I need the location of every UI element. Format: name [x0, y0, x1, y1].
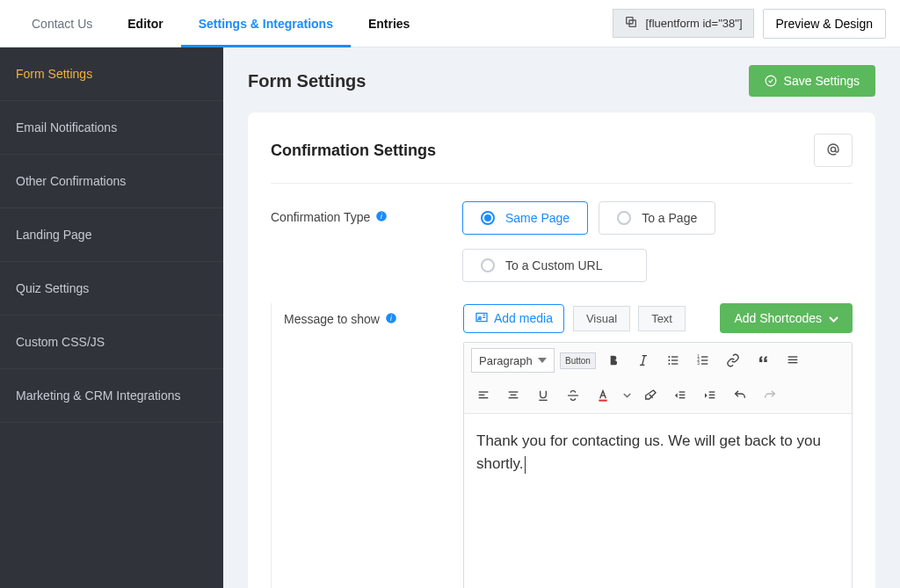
- check-icon: [765, 75, 777, 87]
- text-cursor: [525, 456, 526, 474]
- add-media-label: Add media: [494, 311, 553, 325]
- radio-dot-icon: [481, 258, 495, 272]
- radio-dot-icon: [481, 211, 495, 225]
- strikethrough-icon[interactable]: [561, 383, 585, 408]
- number-list-icon[interactable]: 123: [691, 348, 715, 373]
- preview-design-button[interactable]: Preview & Design: [763, 9, 887, 39]
- tab-entries[interactable]: Entries: [351, 0, 427, 47]
- top-nav: Contact Us Editor Settings & Integration…: [0, 0, 900, 47]
- svg-point-2: [766, 76, 776, 86]
- save-button-label: Save Settings: [784, 74, 860, 88]
- radio-dot-icon: [617, 211, 631, 225]
- add-shortcodes-button[interactable]: Add Shortcodes: [720, 303, 853, 333]
- sidebar-item-quiz-settings[interactable]: Quiz Settings: [0, 262, 223, 316]
- sidebar-item-custom-css-js[interactable]: Custom CSS/JS: [0, 316, 223, 369]
- svg-rect-29: [479, 397, 489, 398]
- svg-point-14: [668, 363, 670, 365]
- eraser-icon[interactable]: [638, 383, 663, 408]
- message-label: Message to show: [284, 312, 380, 326]
- message-to-show-row: Message to show i Add media Visual: [271, 303, 853, 588]
- svg-rect-26: [788, 362, 798, 363]
- undo-icon[interactable]: [728, 383, 752, 408]
- sidebar-item-marketing-crm[interactable]: Marketing & CRM Integrations: [0, 369, 223, 423]
- at-icon: [825, 142, 841, 160]
- sidebar-item-other-confirmations[interactable]: Other Confirmations: [0, 155, 223, 208]
- indent-icon[interactable]: [698, 383, 722, 408]
- svg-rect-31: [511, 395, 517, 396]
- svg-point-13: [668, 359, 670, 361]
- svg-text:3: 3: [697, 361, 700, 366]
- svg-rect-43: [709, 397, 715, 398]
- redo-icon[interactable]: [758, 383, 782, 408]
- svg-text:i: i: [390, 315, 392, 323]
- editor-text: Thank you for contacting us. We will get…: [476, 432, 821, 472]
- radio-label: Same Page: [505, 211, 570, 225]
- confirmation-type-label: Confirmation Type: [271, 210, 370, 224]
- svg-point-12: [668, 356, 670, 358]
- save-settings-button[interactable]: Save Settings: [749, 65, 875, 97]
- tab-settings-integrations[interactable]: Settings & Integrations: [181, 0, 351, 47]
- svg-rect-42: [709, 395, 715, 396]
- add-media-button[interactable]: Add media: [463, 304, 564, 333]
- format-select[interactable]: Paragraph: [471, 348, 555, 373]
- media-icon: [475, 310, 489, 327]
- svg-rect-21: [701, 356, 708, 357]
- wysiwyg-editor: Paragraph Button 123: [463, 342, 853, 588]
- italic-icon[interactable]: [631, 348, 656, 373]
- svg-rect-16: [671, 359, 678, 360]
- page-header: Form Settings Save Settings: [223, 47, 900, 113]
- settings-sidebar: Form Settings Email Notifications Other …: [0, 47, 223, 588]
- svg-text:i: i: [381, 213, 382, 221]
- confirmation-settings-panel: Confirmation Settings Confirmation Type …: [248, 113, 875, 588]
- info-icon[interactable]: i: [385, 312, 397, 324]
- shortcode-copy[interactable]: [fluentform id="38"]: [613, 9, 753, 38]
- outdent-icon[interactable]: [668, 383, 693, 408]
- tab-editor[interactable]: Editor: [110, 0, 180, 47]
- radio-custom-url[interactable]: To a Custom URL: [462, 249, 647, 282]
- svg-line-9: [642, 356, 645, 366]
- align-justify-icon[interactable]: [780, 348, 805, 373]
- code-view-button[interactable]: [814, 134, 853, 167]
- radio-to-page[interactable]: To a Page: [599, 201, 715, 235]
- insert-button-token[interactable]: Button: [560, 352, 596, 369]
- svg-rect-27: [479, 391, 489, 392]
- sidebar-item-form-settings[interactable]: Form Settings: [0, 47, 223, 101]
- copy-icon: [624, 15, 638, 32]
- svg-rect-24: [788, 356, 798, 357]
- page-title: Form Settings: [248, 71, 366, 91]
- link-icon[interactable]: [721, 348, 745, 373]
- text-color-icon[interactable]: [591, 383, 615, 408]
- radio-same-page[interactable]: Same Page: [462, 201, 588, 235]
- svg-point-3: [831, 147, 835, 151]
- chevron-down-icon[interactable]: [621, 383, 633, 408]
- chevron-down-icon: [829, 311, 838, 325]
- panel-title: Confirmation Settings: [271, 142, 436, 160]
- align-left-icon[interactable]: [471, 383, 496, 408]
- svg-rect-17: [671, 363, 678, 364]
- underline-icon[interactable]: [531, 383, 555, 408]
- svg-rect-39: [679, 395, 686, 396]
- bullet-list-icon[interactable]: [661, 348, 686, 373]
- align-center-icon[interactable]: [501, 383, 526, 408]
- shortcode-text: [fluentform id="38"]: [645, 17, 742, 30]
- svg-rect-15: [671, 356, 678, 357]
- editor-body[interactable]: Thank you for contacting us. We will get…: [464, 414, 852, 588]
- radio-label: To a Page: [642, 211, 697, 225]
- info-icon[interactable]: i: [375, 210, 388, 222]
- svg-rect-41: [709, 391, 715, 392]
- sidebar-item-email-notifications[interactable]: Email Notifications: [0, 101, 223, 155]
- svg-rect-32: [509, 397, 519, 398]
- sidebar-item-landing-page[interactable]: Landing Page: [0, 208, 223, 262]
- svg-rect-40: [679, 397, 686, 398]
- svg-rect-38: [679, 391, 686, 392]
- svg-rect-25: [788, 359, 798, 360]
- radio-label: To a Custom URL: [505, 258, 602, 272]
- quote-icon[interactable]: [751, 348, 775, 373]
- editor-tab-text[interactable]: Text: [638, 306, 686, 331]
- svg-rect-28: [479, 395, 485, 396]
- svg-rect-30: [509, 391, 519, 392]
- bold-icon[interactable]: [601, 348, 626, 373]
- editor-tab-visual[interactable]: Visual: [573, 306, 630, 331]
- confirmation-type-row: Confirmation Type i Same Page To a Page: [271, 201, 853, 282]
- tab-contact-us[interactable]: Contact Us: [14, 0, 110, 47]
